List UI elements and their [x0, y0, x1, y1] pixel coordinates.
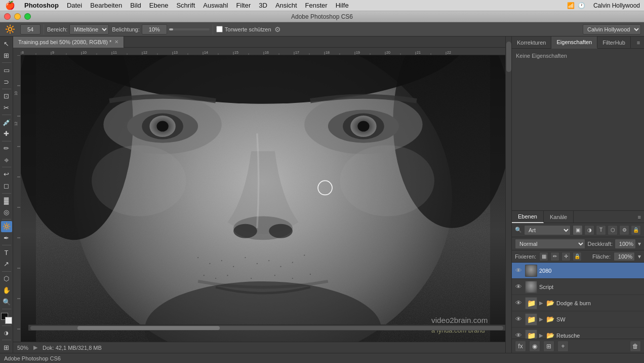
user-select[interactable]: Calvin Hollywood: [583, 24, 641, 34]
system-icons: 📶 🕐: [567, 2, 585, 9]
add-style-button[interactable]: fx: [515, 341, 526, 352]
blend-mode-select[interactable]: Normal: [515, 239, 585, 249]
layer-row[interactable]: 👁 Script: [512, 279, 644, 295]
tool-text[interactable]: T: [1, 247, 12, 258]
layer-row[interactable]: 👁 📁 ▶ 📂 SW: [512, 311, 644, 328]
color-swatches[interactable]: [1, 313, 12, 324]
tonwerte-checkbox[interactable]: [216, 26, 223, 32]
tool-stamp[interactable]: ⎆: [1, 154, 12, 165]
layer-visibility-icon[interactable]: 👁: [514, 282, 523, 292]
belichtung-input[interactable]: [142, 24, 167, 34]
lock-paint[interactable]: ✏: [550, 252, 559, 261]
scroll-thumb[interactable]: [77, 326, 219, 330]
tool-rect-select[interactable]: ▭: [1, 64, 12, 76]
filter-type-select[interactable]: Art: [524, 225, 571, 235]
menu-bild[interactable]: Bild: [126, 0, 145, 11]
document-tab-active[interactable]: Training.psd bei 50% (2080, RGB/8) * ✕: [13, 37, 124, 48]
layer-row[interactable]: 👁 📁 ▶ 📂 Dodge & burn: [512, 295, 644, 311]
tool-slice[interactable]: ✂: [1, 102, 12, 114]
menu-bearbeiten[interactable]: Bearbeiten: [86, 0, 126, 11]
layer-thumbnail: [525, 281, 537, 293]
panel-menu-icon[interactable]: ≡: [633, 37, 644, 48]
tool-move[interactable]: ↖: [1, 39, 12, 50]
tool-quick-mask[interactable]: ◑: [1, 328, 12, 339]
tool-gradient[interactable]: ▓: [1, 195, 12, 206]
brush-size-input[interactable]: [20, 24, 41, 34]
tab-ebenen[interactable]: Ebenen: [512, 211, 544, 223]
tool-screen-mode[interactable]: ⊞: [1, 342, 12, 353]
menu-photoshop[interactable]: Photoshop: [20, 0, 63, 11]
apple-menu[interactable]: 🍎: [0, 1, 20, 10]
filter-icon-smart[interactable]: ⚙: [619, 225, 629, 235]
new-layer-button[interactable]: +: [557, 341, 569, 352]
tool-path-select[interactable]: ↗: [1, 259, 12, 270]
maximize-button[interactable]: [24, 13, 31, 20]
layer-visibility-icon[interactable]: 👁: [514, 331, 523, 339]
scroll-bar-horizontal[interactable]: [28, 324, 505, 331]
menu-datei[interactable]: Datei: [63, 0, 86, 11]
tool-dodge[interactable]: 🔆: [1, 221, 12, 232]
menu-auswahl[interactable]: Auswahl: [199, 0, 232, 11]
tool-eraser[interactable]: ◻: [1, 180, 12, 192]
tool-heal[interactable]: ✚: [1, 128, 12, 139]
group-arrow-icon[interactable]: ▶: [539, 316, 543, 322]
filter-icon-adjust[interactable]: ◑: [584, 225, 594, 235]
filter-icon-lock[interactable]: 🔒: [631, 225, 641, 235]
lock-position[interactable]: ✛: [561, 252, 571, 261]
tab-eigenschaften[interactable]: Eigenschaften: [551, 37, 597, 49]
vertical-scroll-thumb[interactable]: [506, 42, 511, 72]
tool-lasso[interactable]: ⊃: [1, 76, 12, 87]
layer-visibility-icon[interactable]: 👁: [514, 315, 523, 324]
menu-ansicht[interactable]: Ansicht: [271, 0, 301, 11]
tab-kanaele[interactable]: Kanäle: [544, 211, 574, 223]
tool-history-brush[interactable]: ↩: [1, 169, 12, 180]
tool-blur[interactable]: ◎: [1, 206, 12, 217]
canvas-container[interactable]: video2brain.com a lynda.com brand: [21, 55, 505, 342]
tool-shape[interactable]: ⬡: [1, 273, 12, 284]
svg-point-86: [280, 266, 281, 267]
tool-artboard[interactable]: ⊞: [1, 50, 12, 61]
close-tab-icon[interactable]: ✕: [114, 39, 118, 45]
layers-tab-menu-icon[interactable]: ≡: [635, 211, 644, 223]
tool-zoom[interactable]: 🔍: [1, 296, 12, 307]
separator: [2, 141, 11, 141]
layer-row[interactable]: 👁 📁 ▶ 📂 Retusche: [512, 328, 644, 339]
menu-schrift[interactable]: Schrift: [172, 0, 199, 11]
fill-arrow[interactable]: ▾: [638, 253, 641, 260]
delete-layer-button[interactable]: 🗑: [630, 341, 641, 352]
group-arrow-icon[interactable]: ▶: [539, 333, 543, 338]
layer-visibility-icon[interactable]: 👁: [514, 266, 523, 275]
menu-filter[interactable]: Filter: [232, 0, 255, 11]
options-icon[interactable]: ⚙: [274, 25, 281, 33]
minimize-button[interactable]: [14, 13, 21, 20]
menu-hilfe[interactable]: Hilfe: [332, 0, 353, 11]
opacity-input[interactable]: [615, 239, 636, 249]
tab-filterhub[interactable]: FilterHub: [597, 37, 631, 49]
add-mask-button[interactable]: ◉: [529, 341, 540, 352]
menu-fenster[interactable]: Fenster: [301, 0, 332, 11]
group-arrow-icon[interactable]: ▶: [539, 300, 543, 306]
tab-korrekturen[interactable]: Korrekturen: [512, 37, 551, 49]
lock-transparency[interactable]: ▦: [539, 252, 548, 261]
canvas-image[interactable]: video2brain.com a lynda.com brand: [21, 55, 505, 342]
background-color[interactable]: [5, 317, 12, 324]
opacity-arrow[interactable]: ▾: [638, 240, 641, 247]
bereich-select[interactable]: Mitteltöne: [69, 24, 109, 34]
lock-all[interactable]: 🔒: [573, 252, 582, 261]
layer-visibility-icon[interactable]: 👁: [514, 299, 523, 308]
menu-3d[interactable]: 3D: [255, 0, 271, 11]
layer-row[interactable]: 👁 2080: [512, 263, 644, 279]
filter-icon-pixel[interactable]: ▣: [573, 225, 583, 235]
close-button[interactable]: [4, 13, 11, 20]
tool-brush[interactable]: ✏: [1, 143, 12, 154]
new-group-button[interactable]: ⊞: [543, 341, 554, 352]
tool-crop[interactable]: ⊡: [1, 91, 12, 102]
menu-ebene[interactable]: Ebene: [145, 0, 173, 11]
tool-pen[interactable]: ✒: [1, 233, 12, 244]
fill-input[interactable]: [614, 252, 635, 261]
tool-hand[interactable]: ✋: [1, 285, 12, 296]
tool-eyedropper[interactable]: 💉: [1, 117, 12, 128]
filter-icon-type[interactable]: T: [596, 225, 606, 235]
filter-icon-shape[interactable]: ⬡: [608, 225, 618, 235]
scroll-bar-vertical[interactable]: [505, 37, 511, 353]
